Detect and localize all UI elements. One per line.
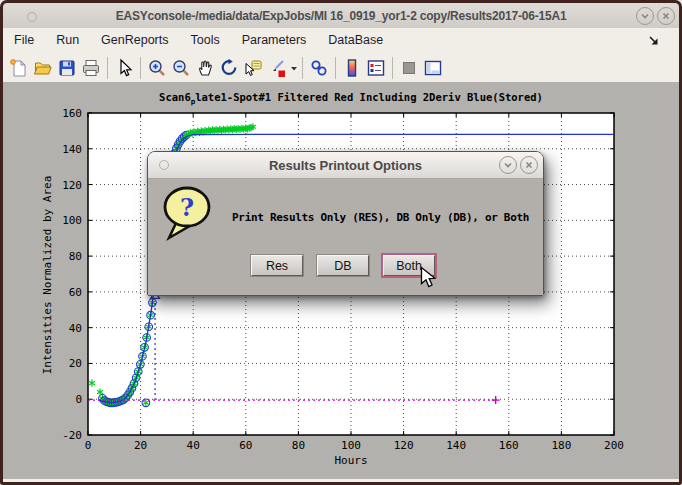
window-shade-button[interactable] bbox=[636, 7, 654, 25]
pointer-icon bbox=[114, 58, 134, 78]
legend-icon bbox=[366, 58, 386, 78]
y-tick-label: 100 bbox=[62, 214, 82, 227]
close-icon bbox=[660, 10, 672, 22]
dialog-shade-button[interactable] bbox=[499, 156, 517, 174]
x-tick-label: 100 bbox=[341, 439, 361, 452]
dialog-titlebar[interactable]: Results Printout Options bbox=[148, 152, 543, 179]
brush-dropdown-button[interactable] bbox=[289, 56, 298, 80]
print-figure-button[interactable] bbox=[79, 56, 103, 80]
menu-item-genreports[interactable]: GenReports bbox=[90, 28, 179, 53]
toolbar-separator bbox=[140, 57, 141, 79]
dialog-button-res[interactable]: Res bbox=[251, 255, 303, 276]
window-title: EASYconsole-/media/data/ExpJobs/MI 16_09… bbox=[116, 9, 567, 23]
printer-icon bbox=[81, 58, 101, 78]
toolbar-separator bbox=[392, 57, 393, 79]
dialog-title: Results Printout Options bbox=[269, 158, 422, 173]
y-tick-label: 60 bbox=[69, 286, 82, 299]
y-tick-label: 40 bbox=[69, 322, 82, 335]
new-file-button[interactable] bbox=[7, 56, 31, 80]
chevron-down-icon bbox=[502, 159, 514, 171]
colorbar-icon bbox=[342, 58, 362, 78]
close-icon bbox=[523, 159, 535, 171]
x-tick-label: 160 bbox=[499, 439, 519, 452]
dropdown-arrow-icon bbox=[290, 58, 298, 78]
zoom-in-icon bbox=[147, 58, 167, 78]
results-printout-dialog: Results Printout Options ? Print Results… bbox=[147, 151, 544, 296]
toolbar-separator bbox=[107, 57, 108, 79]
x-tick-label: 20 bbox=[134, 439, 147, 452]
show-plot-tools-button[interactable] bbox=[421, 56, 445, 80]
y-tick-label: 160 bbox=[62, 107, 82, 120]
zoom-in-button[interactable] bbox=[145, 56, 169, 80]
save-icon bbox=[57, 58, 77, 78]
y-tick-label: 140 bbox=[62, 143, 82, 156]
y-tick-label: -20 bbox=[62, 429, 82, 442]
mouse-cursor-icon bbox=[420, 266, 437, 289]
window-bottom-edge bbox=[3, 479, 679, 482]
menu-item-parameters[interactable]: Parameters bbox=[231, 28, 318, 53]
y-tick-label: 20 bbox=[69, 357, 82, 370]
menu-item-file[interactable]: File bbox=[3, 28, 45, 53]
window-close-button[interactable] bbox=[657, 7, 675, 25]
brush-data-button[interactable] bbox=[265, 56, 289, 80]
toolbar-separator bbox=[302, 57, 303, 79]
brush-icon bbox=[267, 58, 287, 78]
menu-item-tools[interactable]: Tools bbox=[180, 28, 231, 53]
y-axis-label: Intensities Normalized by Area bbox=[41, 176, 54, 375]
menu-item-run[interactable]: Run bbox=[45, 28, 90, 53]
new-file-icon bbox=[9, 58, 29, 78]
pan-button[interactable] bbox=[193, 56, 217, 80]
rotate-3d-button[interactable] bbox=[217, 56, 241, 80]
question-icon: ? bbox=[160, 183, 218, 243]
hide-plot-tools-button[interactable] bbox=[397, 56, 421, 80]
dialog-close-button[interactable] bbox=[520, 156, 538, 174]
edit-plot-button[interactable] bbox=[112, 56, 136, 80]
easyconsole-window: EASYconsole-/media/data/ExpJobs/MI 16_09… bbox=[0, 0, 682, 485]
zoom-out-icon bbox=[171, 58, 191, 78]
dialog-button-db[interactable]: DB bbox=[317, 255, 369, 276]
x-tick-label: 200 bbox=[604, 439, 624, 452]
link-icon bbox=[309, 58, 329, 78]
plot-title: Scan6plate1-Spot#1 Filtered Red Includin… bbox=[88, 91, 614, 106]
x-tick-label: 0 bbox=[85, 439, 92, 452]
dialog-message: Print Results Only (RES), DB Only (DB), … bbox=[232, 211, 529, 224]
x-tick-label: 120 bbox=[394, 439, 414, 452]
y-tick-label: 0 bbox=[75, 393, 82, 406]
window-menu-icon[interactable] bbox=[27, 12, 37, 22]
hide-plot-tools-icon bbox=[399, 58, 419, 78]
menu-bar: FileRunGenReportsToolsParametersDataBase bbox=[3, 28, 679, 54]
x-tick-label: 80 bbox=[292, 439, 305, 452]
insert-legend-button[interactable] bbox=[364, 56, 388, 80]
open-file-button[interactable] bbox=[31, 56, 55, 80]
toolbar-separator bbox=[335, 57, 336, 79]
data-cursor-button[interactable] bbox=[241, 56, 265, 80]
rotate-icon bbox=[219, 58, 239, 78]
open-folder-icon bbox=[33, 58, 53, 78]
x-tick-label: 140 bbox=[446, 439, 466, 452]
menu-item-database[interactable]: DataBase bbox=[317, 28, 394, 53]
dialog-body: ? Print Results Only (RES), DB Only (DB)… bbox=[148, 179, 543, 295]
hand-icon bbox=[195, 58, 215, 78]
chevron-down-icon bbox=[639, 10, 651, 22]
save-figure-button[interactable] bbox=[55, 56, 79, 80]
x-tick-label: 180 bbox=[551, 439, 571, 452]
x-tick-label: 40 bbox=[187, 439, 200, 452]
y-tick-label: 80 bbox=[69, 250, 82, 263]
zoom-out-button[interactable] bbox=[169, 56, 193, 80]
toolbar bbox=[3, 53, 679, 83]
link-plot-button[interactable] bbox=[307, 56, 331, 80]
window-titlebar[interactable]: EASYconsole-/media/data/ExpJobs/MI 16_09… bbox=[3, 3, 679, 29]
show-plot-tools-icon bbox=[423, 58, 443, 78]
svg-text:?: ? bbox=[180, 193, 194, 222]
insert-colorbar-button[interactable] bbox=[340, 56, 364, 80]
x-tick-label: 60 bbox=[239, 439, 252, 452]
dock-figure-icon[interactable] bbox=[647, 34, 661, 48]
y-tick-label: 120 bbox=[62, 179, 82, 192]
dialog-button-row: ResDBBoth bbox=[251, 255, 435, 276]
dialog-window-menu-icon[interactable] bbox=[159, 160, 169, 170]
data-cursor-icon bbox=[243, 58, 263, 78]
x-axis-label: Hours bbox=[88, 454, 614, 467]
